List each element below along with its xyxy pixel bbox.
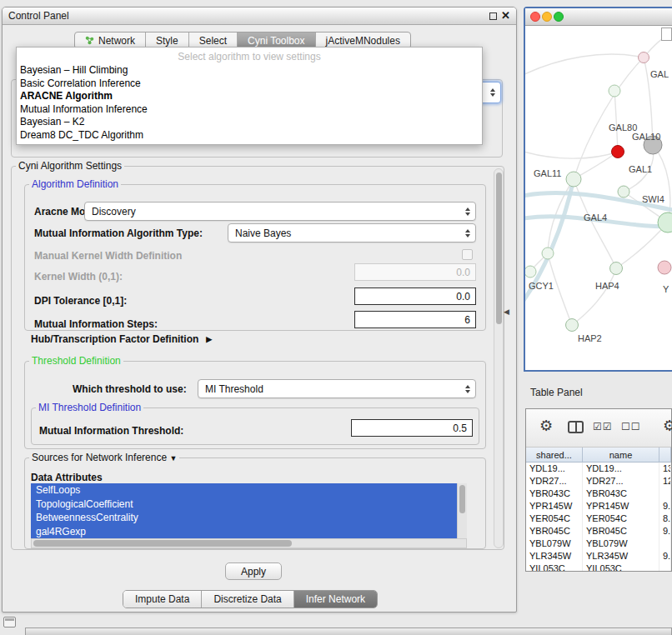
close-traffic-light[interactable] bbox=[530, 12, 540, 22]
node-label: HAP4 bbox=[595, 281, 619, 291]
table-cell: YBL079W bbox=[526, 538, 583, 550]
node-label: GAL1 bbox=[629, 164, 652, 174]
node-label: GCY1 bbox=[529, 281, 554, 291]
scrollbar-thumb[interactable] bbox=[496, 172, 502, 324]
table-cell: YBR045C bbox=[583, 525, 659, 538]
control-panel-titlebar[interactable]: Control Panel ✕ bbox=[3, 8, 516, 25]
attributes-horizontal-scrollbar[interactable] bbox=[31, 538, 467, 548]
network-window-titlebar[interactable] bbox=[525, 8, 672, 26]
algorithm-option[interactable]: Bayesian – K2 bbox=[17, 116, 482, 129]
algorithm-option[interactable]: ARACNE Algorithm bbox=[17, 90, 482, 103]
table-cell: YDR27... bbox=[583, 475, 659, 488]
sources-toggle[interactable]: Sources for Network Inference ▼ bbox=[29, 452, 179, 463]
hub-definition-label: Hub/Transcription Factor Definition bbox=[31, 333, 198, 345]
gear-icon[interactable]: ⚙ bbox=[539, 417, 553, 435]
table-cell bbox=[659, 562, 671, 571]
table-row[interactable]: YBR043CYBR043C bbox=[526, 488, 671, 500]
network-node[interactable] bbox=[612, 146, 624, 158]
columns-icon[interactable] bbox=[568, 421, 584, 433]
network-edge bbox=[525, 54, 644, 76]
popup-placeholder: Select algorithm to view settings bbox=[17, 50, 482, 64]
mi-steps-field[interactable]: 6 bbox=[354, 311, 476, 328]
manual-kernel-checkbox[interactable] bbox=[462, 249, 473, 260]
network-overview-box[interactable] bbox=[661, 28, 672, 41]
table-cell: YDL19... bbox=[583, 462, 659, 475]
network-node[interactable] bbox=[566, 172, 581, 187]
algorithm-option[interactable]: Bayesian – Hill Climbing bbox=[17, 64, 482, 78]
zoom-traffic-light[interactable] bbox=[554, 12, 564, 22]
column-header[interactable]: name bbox=[583, 448, 659, 462]
collapsed-panel-bar[interactable] bbox=[25, 628, 672, 635]
attribute-item[interactable]: gal4RGexp bbox=[31, 525, 457, 539]
table-cell: YBL079W bbox=[583, 538, 659, 550]
table-row[interactable]: YLR345WYLR345W9. bbox=[526, 550, 671, 562]
attribute-item[interactable]: TopologicalCoefficient bbox=[31, 498, 457, 512]
float-window-icon[interactable] bbox=[489, 12, 497, 20]
network-node[interactable] bbox=[566, 319, 579, 332]
cyni-settings-title: Cyni Algorithm Settings bbox=[16, 160, 124, 172]
hub-definition-toggle[interactable]: Hub/Transcription Factor Definition ▶ bbox=[31, 333, 212, 345]
table-row[interactable]: YBR045CYBR045C9. bbox=[526, 525, 671, 538]
network-node[interactable] bbox=[658, 261, 671, 274]
network-node[interactable] bbox=[639, 52, 649, 63]
restore-panel-icon[interactable] bbox=[3, 617, 16, 628]
table-row[interactable]: YIL053CYIL053C bbox=[526, 562, 671, 571]
network-edge bbox=[574, 58, 644, 179]
algorithm-option[interactable]: Dream8 DC_TDC Algorithm bbox=[17, 129, 482, 142]
network-tab-icon bbox=[85, 36, 94, 45]
mi-threshold-field[interactable]: 0.5 bbox=[351, 419, 473, 437]
tab-label: Cyni Toolbox bbox=[248, 35, 304, 47]
settings-scrollbar[interactable] bbox=[494, 168, 504, 548]
network-node[interactable] bbox=[609, 85, 620, 97]
table-cell bbox=[659, 488, 671, 500]
chevron-updown-icon bbox=[490, 88, 495, 97]
table-row[interactable]: YER054CYER054C8. bbox=[526, 512, 671, 525]
attribute-item[interactable]: BetweennessCentrality bbox=[31, 511, 457, 525]
algorithm-option[interactable]: Basic Correlation Inference bbox=[17, 78, 482, 91]
algorithm-option[interactable]: Mutual Information Inference bbox=[17, 103, 482, 117]
apply-button[interactable]: Apply bbox=[225, 562, 282, 580]
tab-impute-data[interactable]: Impute Data bbox=[123, 591, 202, 608]
function-builder-icon[interactable]: ⚙ bbox=[663, 417, 672, 435]
network-node[interactable] bbox=[525, 266, 536, 278]
kernel-width-field[interactable]: 0.0 bbox=[354, 263, 476, 281]
threshold-definition-title: Threshold Definition bbox=[29, 355, 123, 367]
tab-label: Style bbox=[156, 35, 178, 47]
table-cell: YIL053C bbox=[526, 562, 583, 571]
minimize-traffic-light[interactable] bbox=[542, 12, 552, 22]
node-label: SWI4 bbox=[642, 194, 664, 204]
tab-label: Select bbox=[199, 35, 227, 47]
scrollbar-thumb[interactable] bbox=[33, 540, 292, 547]
clear-all-checkboxes-icon[interactable]: ☐☐ bbox=[621, 421, 641, 432]
network-canvas[interactable]: GALGAL80GAL10GAL11GAL1SWI4GAL4GCY1HAP4YH… bbox=[525, 26, 672, 370]
mi-type-combobox[interactable]: Naive Bayes bbox=[228, 223, 476, 242]
select-all-checkboxes-icon[interactable]: ☑☑ bbox=[593, 421, 613, 432]
tab-discretize-data[interactable]: Discretize Data bbox=[202, 591, 293, 608]
table-row[interactable]: YBL079WYBL079W bbox=[526, 538, 671, 550]
column-header[interactable] bbox=[659, 448, 671, 462]
network-edge bbox=[525, 151, 618, 158]
table-row[interactable]: YDR27...YDR27...12 bbox=[526, 475, 671, 488]
algorithm-definition-title: Algorithm Definition bbox=[29, 178, 121, 190]
table-row[interactable]: YDL19...YDL19...13 bbox=[526, 462, 671, 475]
close-window-icon[interactable]: ✕ bbox=[501, 9, 510, 22]
scrollbar-thumb[interactable] bbox=[459, 485, 465, 513]
dpi-tolerance-field[interactable]: 0.0 bbox=[354, 288, 476, 305]
network-view-window: GALGAL80GAL10GAL11GAL1SWI4GAL4GCY1HAP4YH… bbox=[524, 7, 672, 372]
network-node[interactable] bbox=[658, 212, 672, 232]
network-node[interactable] bbox=[610, 262, 623, 275]
table-cell: 13 bbox=[659, 462, 671, 475]
aracne-mode-combobox[interactable]: Discovery bbox=[84, 202, 476, 221]
attribute-item[interactable]: SelfLoops bbox=[31, 483, 457, 498]
which-threshold-combobox[interactable]: MI Threshold bbox=[198, 379, 476, 398]
network-node[interactable] bbox=[542, 248, 554, 259]
table-cell: YDR27... bbox=[526, 475, 583, 488]
column-header[interactable]: shared... bbox=[526, 448, 583, 462]
network-node[interactable] bbox=[618, 186, 629, 198]
table-row[interactable]: YPR145WYPR145W9. bbox=[526, 500, 671, 512]
collapse-down-icon: ▼ bbox=[169, 454, 177, 462]
kernel-width-label: Kernel Width (0,1): bbox=[34, 271, 123, 282]
attributes-vertical-scrollbar[interactable] bbox=[457, 483, 467, 538]
tab-infer-network[interactable]: Infer Network bbox=[294, 591, 377, 608]
panel-collapse-arrow-icon[interactable]: ◀ bbox=[504, 308, 509, 316]
